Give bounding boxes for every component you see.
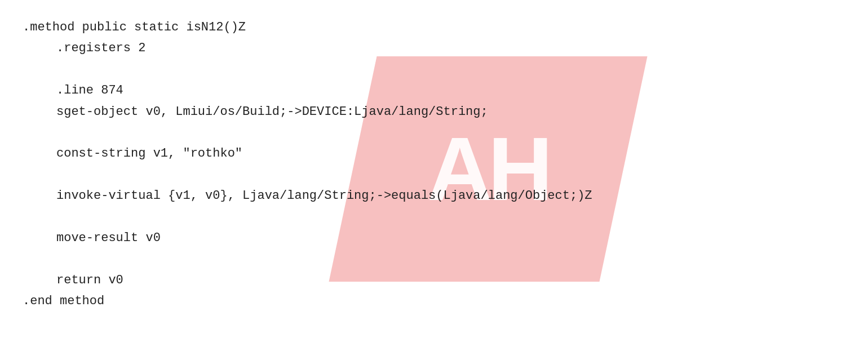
code-line-5: sget-object v0, Lmiui/os/Build;->DEVICE:… xyxy=(23,101,845,122)
empty-line-2 xyxy=(23,122,845,143)
code-line-2: .registers 2 xyxy=(23,38,845,59)
code-line-13: return v0 xyxy=(23,270,845,291)
code-line-14: .end method xyxy=(23,291,845,312)
empty-line-5 xyxy=(23,248,845,269)
empty-line-3 xyxy=(23,164,845,185)
code-line-7: const-string v1, "rothko" xyxy=(23,143,845,164)
empty-line-1 xyxy=(23,59,845,80)
code-block: .method public static isN12()Z .register… xyxy=(0,0,868,328)
empty-line-4 xyxy=(23,207,845,228)
code-line-4: .line 874 xyxy=(23,80,845,101)
code-line-11: move-result v0 xyxy=(23,228,845,248)
code-line-9: invoke-virtual {v1, v0}, Ljava/lang/Stri… xyxy=(23,185,845,206)
code-line-1: .method public static isN12()Z xyxy=(23,17,845,38)
